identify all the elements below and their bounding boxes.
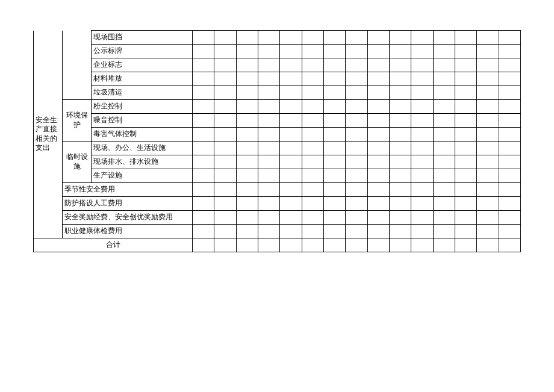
item-cell: 现场排水、排水设施 (92, 155, 193, 169)
data-cell (389, 31, 411, 45)
span-row-cell: 季节性安全费用 (63, 183, 193, 197)
item-cell: 毒害气体控制 (92, 128, 193, 142)
group1-label-cell (63, 31, 92, 100)
item-cell: 现场、办公、生活设施 (92, 142, 193, 155)
data-cell (346, 31, 367, 45)
total-label-cell: 合计 (34, 238, 193, 252)
item-cell: 公示标牌 (92, 45, 193, 58)
group2-label: 环境保护 (66, 111, 88, 129)
data-cell (280, 31, 302, 45)
data-cell (477, 31, 499, 45)
total-label: 合计 (106, 240, 120, 249)
group3-label-cell: 临时设施 (63, 142, 92, 183)
data-cell (302, 31, 323, 45)
item-cell: 粉尘控制 (92, 100, 193, 114)
data-cell (433, 31, 455, 45)
data-cell (214, 31, 236, 45)
budget-table: 安全生产直接相关的支出 现场围挡 公示标牌 企业标志 材料堆放 垃圾清运 环境保… (33, 30, 521, 252)
span-row-cell: 防护搭设人工费用 (63, 197, 193, 211)
group2-label-cell: 环境保护 (63, 100, 92, 142)
data-cell (367, 31, 389, 45)
item-cell: 噪音控制 (92, 114, 193, 128)
item-cell: 材料堆放 (92, 72, 193, 86)
main-category-text: 安全生产直接相关的支出 (36, 116, 57, 152)
span-row-cell: 职业健康体检费用 (63, 225, 193, 238)
data-cell (258, 31, 280, 45)
main-category-cell: 安全生产直接相关的支出 (34, 31, 63, 238)
item-cell: 生产设施 (92, 169, 193, 183)
data-cell (499, 31, 520, 45)
data-cell (324, 31, 346, 45)
item-cell: 现场围挡 (92, 31, 193, 45)
item-cell: 垃圾清运 (92, 86, 193, 100)
data-cell (193, 31, 214, 45)
item-cell: 企业标志 (92, 58, 193, 72)
data-cell (236, 31, 258, 45)
group3-label: 临时设施 (66, 152, 88, 170)
data-cell (411, 31, 433, 45)
data-cell (455, 31, 476, 45)
span-row-cell: 安全奖励经费、安全创优奖励费用 (63, 211, 193, 225)
